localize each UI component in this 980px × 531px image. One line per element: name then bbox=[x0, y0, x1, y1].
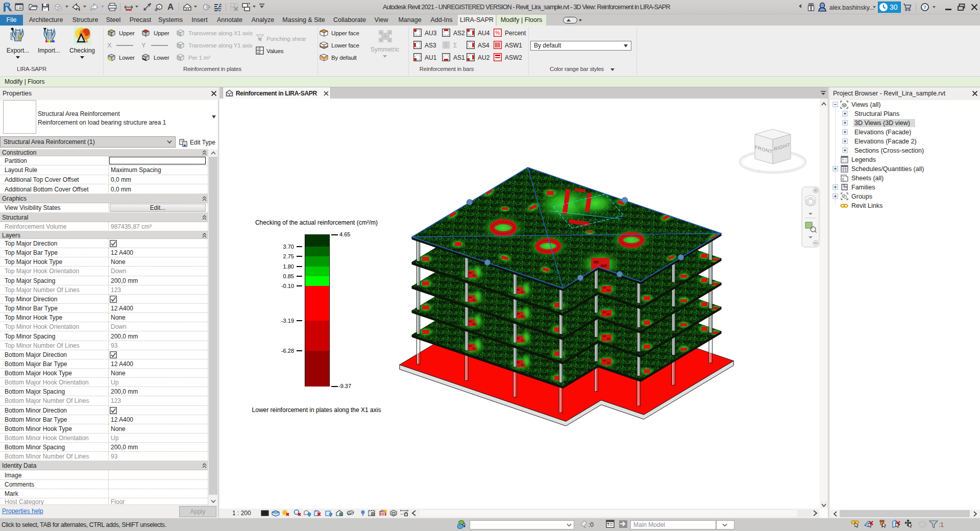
svg-text:2020: 2020 bbox=[10, 32, 13, 40]
svg-text:?: ? bbox=[923, 4, 926, 10]
svg-text:Σ: Σ bbox=[445, 42, 448, 48]
svg-text:%: % bbox=[495, 30, 500, 36]
svg-text:1: 1 bbox=[158, 5, 161, 10]
svg-text:2: 2 bbox=[257, 47, 259, 51]
svg-text:6: 6 bbox=[257, 51, 259, 54]
